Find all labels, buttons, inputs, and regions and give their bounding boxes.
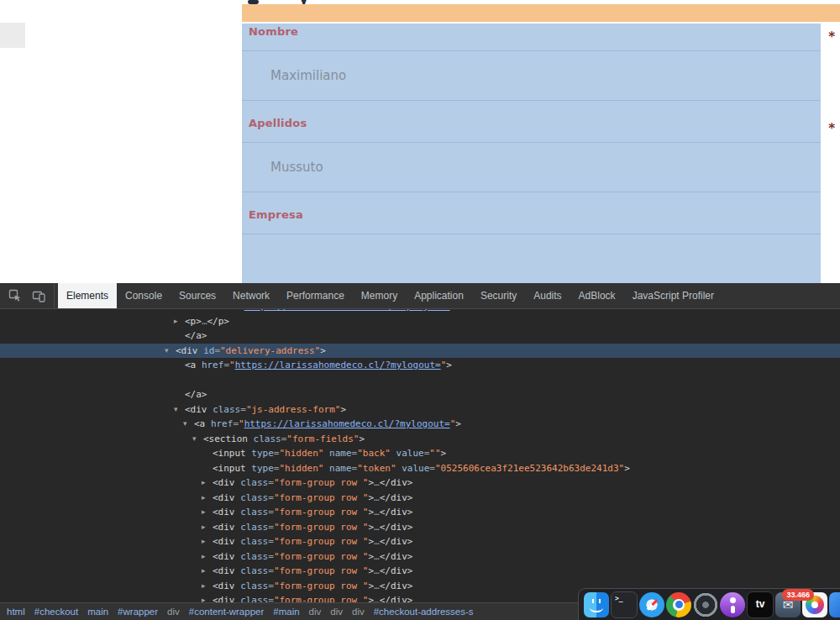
camera-lens-icon[interactable] — [693, 592, 718, 617]
inspect-element-button[interactable] — [3, 283, 27, 308]
device-toolbar-button[interactable] — [27, 283, 50, 308]
tree-row[interactable]: ▸<div class="form-group row ">…</div> — [0, 505, 840, 520]
code-tag: <a — [194, 418, 211, 429]
code-val: "0525606cea3f21ee523642b63de241d3" — [435, 463, 624, 474]
arrow-expanded-icon[interactable]: ▾ — [165, 344, 176, 358]
code-pn: = — [233, 309, 239, 312]
field-input[interactable]: Mussuto — [242, 143, 821, 192]
tree-row[interactable]: </a> — [0, 328, 840, 344]
breadcrumb-item[interactable]: div — [309, 607, 322, 617]
tree-row[interactable]: ▾<section class="form-fields"> — [0, 432, 840, 447]
tree-row[interactable]: ▸<div class="form-group row ">…</div> — [0, 564, 840, 579]
tree-row[interactable] — [0, 373, 840, 388]
code-ell: … — [374, 507, 380, 518]
arrow-collapsed-icon[interactable]: ▸ — [202, 491, 213, 505]
arrow-collapsed-icon[interactable]: ▸ — [202, 534, 213, 549]
code-attr: class — [240, 492, 268, 503]
code-attr: value — [402, 463, 429, 474]
tree-row[interactable]: ▸<div class="form-group row ">…</div> — [0, 520, 840, 535]
breadcrumb-item[interactable]: main — [87, 607, 108, 617]
tree-row[interactable]: ▸<div class="form-group row ">…</div> — [0, 549, 840, 565]
safari-icon[interactable] — [639, 592, 664, 617]
breadcrumb-item[interactable]: div — [330, 607, 343, 617]
tab-security[interactable]: Security — [472, 283, 525, 308]
arrow-collapsed-icon[interactable]: ▸ — [202, 476, 213, 490]
tab-console[interactable]: Console — [117, 283, 171, 308]
form-group: Nombre*Maximiliano — [242, 24, 821, 101]
code-val: "form-group row " — [274, 492, 369, 503]
devtools-tabs: ElementsConsoleSourcesNetworkPerformance… — [58, 283, 722, 308]
code-tag: <a — [194, 309, 211, 312]
code-attr: class — [240, 522, 268, 533]
breadcrumb-item[interactable]: #wrapper — [118, 607, 158, 617]
arrow-expanded-icon[interactable]: ▾ — [183, 417, 194, 431]
tree-row[interactable]: <input type="hidden" name="token" value=… — [0, 461, 840, 476]
field-input[interactable]: Maximiliano — [242, 51, 821, 101]
tree-row[interactable]: <a href="https://larissahomedeco.cl/?myl… — [0, 358, 840, 373]
arrow-collapsed-icon[interactable]: ▸ — [202, 564, 213, 578]
tab-application[interactable]: Application — [406, 283, 472, 308]
tab-javascript-profiler[interactable]: JavaScript Profiler — [624, 283, 722, 308]
breadcrumb-item[interactable]: #checkout — [34, 607, 78, 617]
tab-adblock[interactable]: AdBlock — [570, 283, 624, 308]
tab-audits[interactable]: Audits — [525, 283, 570, 308]
tree-row[interactable]: <input type="hidden" name="back" value="… — [0, 446, 840, 461]
tab-elements[interactable]: Elements — [58, 283, 117, 308]
arrow-collapsed-icon[interactable]: ▸ — [202, 520, 213, 534]
arrow-collapsed-icon[interactable]: ▸ — [202, 579, 213, 593]
arrow-collapsed-icon[interactable]: ▸ — [202, 505, 213, 519]
arrow-collapsed-icon[interactable]: ▸ — [174, 314, 185, 328]
code-val: "token" — [357, 463, 396, 474]
tree-row[interactable]: ▸<p>…</p> — [0, 314, 840, 329]
apple-tv-icon[interactable] — [747, 591, 774, 618]
breadcrumb-item[interactable]: #checkout-addresses-s — [374, 607, 474, 617]
podcasts-icon[interactable] — [720, 592, 745, 617]
field-label-row: Apellidos* — [242, 115, 821, 143]
code-tag: <p> — [185, 316, 202, 327]
tab-network[interactable]: Network — [224, 283, 278, 308]
arrow-collapsed-icon[interactable]: ▸ — [202, 549, 213, 564]
tree-row[interactable]: </a> — [0, 387, 840, 402]
code-link: https://larissahomedeco.cl/?mylogout= — [244, 418, 450, 429]
code-tag: <input — [213, 463, 251, 474]
terminal-icon[interactable] — [611, 591, 638, 618]
code-ell: … — [374, 565, 380, 576]
breadcrumb-item[interactable]: #main — [273, 607, 299, 617]
tree-row-selected[interactable]: ▾<div id="delivery-address"> — [0, 344, 840, 359]
code-tag: </div> — [380, 536, 413, 547]
breadcrumb-item[interactable]: html — [7, 607, 25, 617]
field-label-row: Empresa — [242, 207, 821, 234]
code-tag: </div> — [380, 507, 413, 518]
partial-app-icon[interactable] — [829, 592, 840, 617]
code-attr: type — [251, 463, 274, 474]
tree-row[interactable]: ▾<div class="js-address-form"> — [0, 402, 840, 418]
tree-row[interactable]: ▾<a href="https://larissahomedeco.cl/?my… — [0, 417, 840, 432]
breadcrumb-item[interactable]: div — [352, 607, 365, 617]
code-attr: class — [240, 581, 268, 591]
arrow-expanded-icon[interactable]: ▾ — [192, 432, 203, 446]
code-attr: id — [203, 345, 214, 356]
macos-dock: 33.466 — [578, 588, 840, 620]
tree-row[interactable]: ▸<div class="form-group row ">…</div> — [0, 476, 840, 491]
code-val: " — [239, 309, 244, 312]
breadcrumb-item[interactable]: #content-wrapper — [189, 607, 265, 617]
address-form: Nombre*MaximilianoApellidos*MussutoEmpre… — [242, 24, 821, 283]
field-label-row: Nombre* — [242, 24, 821, 51]
field-input[interactable] — [242, 234, 821, 283]
tree-row[interactable]: ▸<div class="form-group row ">…</div> — [0, 534, 840, 549]
tree-row[interactable]: ▸<div class="form-group row ">…</div> — [0, 491, 840, 506]
code-tag: </div> — [380, 551, 413, 562]
code-tag: </div> — [380, 492, 413, 503]
breadcrumb-item[interactable]: div — [167, 607, 180, 617]
tab-sources[interactable]: Sources — [171, 283, 224, 308]
notification-badge: 33.466 — [782, 589, 814, 601]
tab-performance[interactable]: Performance — [278, 283, 353, 308]
code-ell: … — [374, 536, 380, 547]
arrow-expanded-icon[interactable]: ▾ — [174, 402, 185, 417]
chrome-icon[interactable] — [666, 592, 691, 617]
code-ell: … — [374, 522, 380, 533]
code-attr: value — [396, 448, 424, 459]
mail-icon[interactable]: 33.466 — [775, 592, 801, 617]
finder-icon[interactable] — [584, 592, 609, 617]
tab-memory[interactable]: Memory — [353, 283, 406, 308]
